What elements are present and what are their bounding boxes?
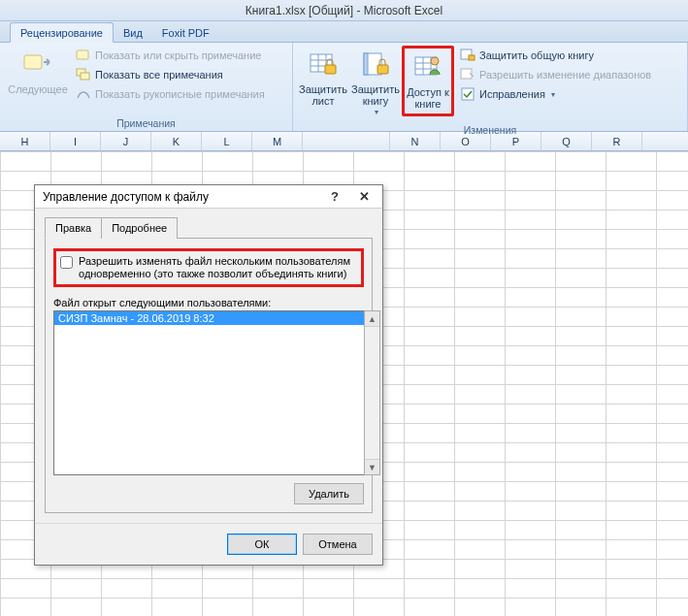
allow-edit-ranges-button: Разрешить изменение диапазонов	[458, 65, 653, 84]
label: Защитить общую книгу	[479, 49, 594, 61]
list-item[interactable]: СИЗП Замнач - 28.06.2019 8:32	[54, 311, 364, 325]
col-header[interactable]: R	[592, 132, 642, 150]
label: Доступ к книге	[407, 86, 449, 110]
checkbox-label: Разрешить изменять файл нескольким польз…	[79, 255, 357, 280]
dialog-title: Управление доступом к файлу	[43, 190, 320, 204]
col-header[interactable]: P	[491, 132, 541, 150]
sheet-lock-icon	[308, 49, 339, 81]
svg-rect-12	[469, 55, 475, 60]
notes-all-icon	[76, 67, 91, 82]
window-title: Книга1.xlsx [Общий] - Microsoft Excel	[0, 0, 688, 21]
ink-icon	[76, 86, 91, 102]
svg-rect-7	[364, 53, 368, 75]
col-header[interactable]: H	[0, 132, 50, 150]
col-header[interactable]: J	[101, 132, 151, 150]
label: Защитить лист	[299, 83, 347, 107]
tab-review[interactable]: Рецензирование	[10, 22, 114, 43]
share-workbook-button[interactable]: Доступ к книге	[402, 46, 454, 116]
users-listbox[interactable]: СИЗП Замнач - 28.06.2019 8:32 ▲ ▼	[53, 310, 364, 475]
svg-rect-1	[77, 50, 88, 59]
label: Показать или скрыть примечание	[95, 49, 261, 61]
show-hide-comment-button: Показать или скрыть примечание	[74, 46, 267, 65]
show-all-comments-button[interactable]: Показать все примечания	[74, 65, 267, 84]
dialog-tabs: Правка Подробнее	[45, 216, 373, 239]
help-button[interactable]: ?	[320, 189, 349, 204]
svg-rect-8	[377, 65, 388, 74]
show-ink-button: Показать рукописные примечания	[74, 84, 267, 104]
tab-advanced[interactable]: Подробнее	[101, 217, 178, 239]
svg-point-10	[431, 57, 439, 65]
label: Показать рукописные примечания	[95, 88, 265, 100]
share-workbook-dialog: Управление доступом к файлу ? ✕ Правка П…	[34, 184, 383, 566]
dialog-titlebar: Управление доступом к файлу ? ✕	[35, 185, 382, 209]
users-label: Файл открыт следующими пользователями:	[53, 297, 364, 308]
scrollbar[interactable]: ▲ ▼	[364, 310, 380, 475]
close-button[interactable]: ✕	[349, 189, 378, 204]
col-header[interactable]: I	[50, 132, 101, 150]
book-lock-icon	[360, 49, 391, 81]
share-book-icon	[412, 52, 443, 83]
column-headers: H I J K L M N O P Q R	[0, 132, 688, 151]
col-header[interactable]: M	[252, 132, 303, 150]
chevron-down-icon: ▾	[375, 107, 378, 118]
chevron-down-icon: ▾	[551, 90, 555, 99]
ribbon-tabstrip: Рецензирование Вид Foxit PDF	[0, 21, 688, 43]
ribbon: Следующее Показать или скрыть примечание…	[0, 43, 688, 132]
shared-lock-icon	[460, 48, 475, 63]
scroll-up-icon[interactable]: ▲	[365, 311, 379, 327]
svg-rect-14	[462, 88, 474, 100]
label: Исправления	[479, 88, 545, 100]
tab-edit[interactable]: Правка	[45, 217, 102, 239]
col-header[interactable]: N	[390, 132, 441, 150]
group-title-comments: Примечания	[4, 115, 288, 131]
label: Разрешить изменение диапазонов	[479, 69, 651, 81]
track-changes-icon	[460, 86, 475, 102]
svg-rect-3	[81, 73, 89, 80]
allow-multiuser-checkbox-row[interactable]: Разрешить изменять файл нескольким польз…	[53, 248, 364, 287]
label: Следующее	[8, 83, 68, 95]
tab-foxit[interactable]: Foxit PDF	[152, 23, 219, 42]
allow-multiuser-checkbox[interactable]	[60, 256, 73, 269]
tab-view[interactable]: Вид	[114, 23, 152, 42]
svg-rect-0	[24, 55, 42, 69]
cancel-button[interactable]: Отмена	[303, 534, 373, 555]
scroll-down-icon[interactable]: ▼	[365, 459, 379, 474]
label: Защитить книгу	[351, 83, 400, 107]
col-header[interactable]: L	[202, 132, 252, 150]
protect-sheet-button[interactable]: Защитить лист	[297, 46, 349, 111]
svg-rect-5	[325, 65, 336, 74]
next-comment-button: Следующее	[4, 46, 72, 99]
ok-button[interactable]: ОК	[227, 534, 297, 555]
track-changes-button[interactable]: Исправления▾	[458, 84, 653, 104]
label: Показать все примечания	[95, 69, 223, 81]
delete-user-button[interactable]: Удалить	[294, 483, 364, 504]
protect-shared-button[interactable]: Защитить общую книгу	[458, 46, 653, 65]
note-toggle-icon	[76, 48, 91, 63]
protect-workbook-button[interactable]: Защитить книгу▾	[349, 46, 402, 122]
col-header[interactable]	[303, 132, 390, 150]
col-header[interactable]: O	[441, 132, 491, 150]
col-header[interactable]: K	[151, 132, 202, 150]
range-edit-icon	[460, 67, 475, 82]
col-header[interactable]: Q	[541, 132, 592, 150]
note-forward-icon	[22, 49, 53, 81]
